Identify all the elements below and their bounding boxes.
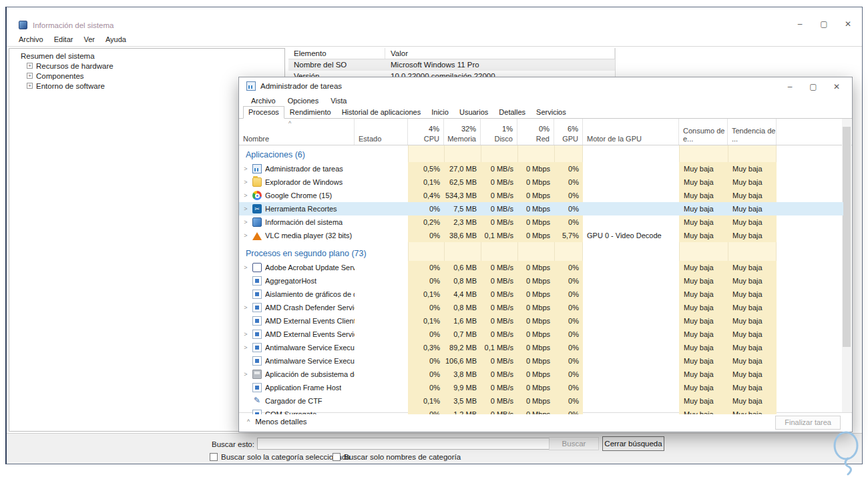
gpu-cell: 0% <box>554 314 583 328</box>
tab-rendimiento[interactable]: Rendimiento <box>284 106 337 119</box>
process-row[interactable]: >AMD External Events Service M...0%0,7 M… <box>239 328 843 341</box>
menu-item-archivo[interactable]: Archivo <box>245 96 282 105</box>
tab-procesos[interactable]: Procesos <box>243 106 284 119</box>
window-icon <box>252 356 262 366</box>
expand-icon[interactable]: + <box>27 83 33 89</box>
expand-icon[interactable]: + <box>27 73 33 79</box>
column-header-estado[interactable]: Estado <box>355 119 408 145</box>
process-name-cell: COM Surrogate <box>239 408 355 414</box>
cerrar-busqueda-button[interactable]: Cerrar búsqueda <box>602 436 664 451</box>
close-icon[interactable]: ✕ <box>832 82 841 91</box>
column-header-cpu[interactable]: 4%CPU <box>408 119 444 145</box>
tab-usuarios[interactable]: Usuarios <box>454 106 493 119</box>
expand-chevron-icon[interactable]: > <box>242 264 249 271</box>
gpu-cell: 0% <box>554 288 583 301</box>
system-info-titlebar[interactable]: Información del sistema –▢✕ <box>7 7 862 33</box>
process-row[interactable]: >Administrador de tareas0,5%27,0 MB0 MB/… <box>239 162 843 175</box>
cpu-cell: 0% <box>408 202 444 215</box>
process-group-header[interactable]: Procesos en segundo plano (73) <box>239 246 843 261</box>
process-row[interactable]: >AMD Crash Defender Service0%0,8 MB0 MB/… <box>239 301 843 314</box>
tab-inicio[interactable]: Inicio <box>426 106 454 119</box>
task-manager-titlebar[interactable]: Administrador de tareas –▢✕ <box>239 77 852 95</box>
column-header-gpu[interactable]: 6%GPU <box>554 119 583 145</box>
process-row[interactable]: >Explorador de Windows0,1%62,5 MB0 MB/s0… <box>239 175 843 189</box>
vlc-icon <box>252 232 262 240</box>
process-row[interactable]: Application Frame Host0%9,9 MB0 MB/s0 Mb… <box>239 381 843 394</box>
column-header-filler <box>777 119 852 145</box>
column-header-red[interactable]: 0%Red <box>517 119 554 145</box>
process-name-cell: >AMD Crash Defender Service <box>239 301 355 314</box>
column-header-motor-gpu[interactable]: Motor de la GPU <box>583 119 679 145</box>
column-header-memoria[interactable]: 32%Memoria <box>444 119 481 145</box>
process-rows: Aplicaciones (6)>Administrador de tareas… <box>239 145 843 414</box>
tab-servicios[interactable]: Servicios <box>531 106 572 119</box>
menu-item-ver[interactable]: Ver <box>78 34 100 45</box>
finalizar-tarea-button[interactable]: Finalizar tarea <box>775 416 841 430</box>
process-row[interactable]: >✂Herramienta Recortes0%7,5 MB0 MB/s0 Mb… <box>239 202 843 215</box>
expand-chevron-icon[interactable]: > <box>242 232 249 239</box>
window-icon <box>252 330 262 339</box>
process-row[interactable]: AggregatorHost0%0,8 MB0 MB/s0 Mbps0%Muy … <box>239 274 843 288</box>
process-group-header[interactable]: Aplicaciones (6) <box>239 147 843 162</box>
close-icon[interactable]: ✕ <box>843 19 853 29</box>
expand-chevron-icon[interactable]: > <box>242 205 249 212</box>
process-row[interactable]: >Adobe Acrobat Update Service (...0%0,6 … <box>239 261 843 274</box>
process-row[interactable]: >Google Chrome (15)0,4%534,3 MB0 MB/s0 M… <box>239 189 843 202</box>
gpu-engine-cell <box>583 189 679 202</box>
column-header-consumo[interactable]: Consumo de e... <box>679 119 728 145</box>
expand-chevron-icon[interactable]: > <box>242 344 249 351</box>
maximize-icon[interactable]: ▢ <box>809 82 818 91</box>
menu-item-archivo[interactable]: Archivo <box>13 34 49 45</box>
process-row[interactable]: >VLC media player (32 bits)0%38,6 MB0,1 … <box>239 229 843 242</box>
process-row[interactable]: AMD External Events Client Mo...0,1%1,6 … <box>239 314 843 328</box>
vertical-scrollbar[interactable] <box>842 119 851 413</box>
menu-item-editar[interactable]: Editar <box>49 34 79 45</box>
process-row[interactable]: Aislamiento de gráficos de disp...0,1%4,… <box>239 288 843 301</box>
menu-item-ayuda[interactable]: Ayuda <box>100 34 132 45</box>
tab-historial-de-aplicaciones[interactable]: Historial de aplicaciones <box>337 106 427 119</box>
process-row[interactable]: ✎Cargador de CTF0,1%3,5 MB0 MB/s0 Mbps0%… <box>239 394 843 408</box>
process-row[interactable]: Antimalware Service Executable...0%106,6… <box>239 354 843 368</box>
sysinfo-row[interactable]: Nombre del SOMicrosoft Windows 11 Pro <box>288 59 615 71</box>
cpu-cell: 0,5% <box>408 162 444 175</box>
expand-chevron-icon[interactable]: > <box>242 192 249 199</box>
window-icon <box>252 410 262 414</box>
menu-item-vista[interactable]: Vista <box>324 96 353 105</box>
cpu-cell: 0% <box>408 408 444 414</box>
tree-item-recursos-de-hardware[interactable]: +Recursos de hardware <box>9 61 284 71</box>
process-row[interactable]: >Antimalware Service Executable0,3%89,2 … <box>239 341 843 354</box>
search-input[interactable] <box>257 438 551 450</box>
expand-chevron-icon[interactable]: > <box>242 219 249 225</box>
process-row[interactable]: COM Surrogate0%1,2 MB0 MB/s0 Mbps0%Muy b… <box>239 408 843 414</box>
printer-icon <box>252 370 262 379</box>
red-cell: 0 Mbps <box>517 341 554 354</box>
checkbox-selected-category[interactable] <box>210 453 218 461</box>
tree-item-resumen-del-sistema[interactable]: Resumen del sistema <box>9 51 284 61</box>
tab-detalles[interactable]: Detalles <box>493 106 531 119</box>
expand-chevron-icon[interactable]: > <box>242 165 249 172</box>
minimize-icon[interactable]: – <box>795 19 805 29</box>
menu-item-opciones[interactable]: Opciones <box>282 96 324 105</box>
expand-chevron-icon[interactable]: > <box>242 331 249 338</box>
expand-chevron-icon[interactable]: > <box>242 371 249 378</box>
expand-chevron-icon[interactable]: > <box>242 179 249 185</box>
expand-icon[interactable]: + <box>27 63 33 69</box>
process-row[interactable]: >Aplicación de subsistema de cola0%3,8 M… <box>239 368 843 381</box>
checkbox-category-names[interactable] <box>333 453 341 461</box>
column-header-valor[interactable]: Valor <box>385 48 615 59</box>
process-row[interactable]: >Información del sistema0,2%2,3 MB0 MB/s… <box>239 215 843 229</box>
scrollbar-thumb[interactable] <box>843 127 851 347</box>
maximize-icon[interactable]: ▢ <box>819 19 829 29</box>
expand-chevron-icon[interactable]: > <box>242 304 249 311</box>
consumo-energia-cell: Muy baja <box>679 162 728 175</box>
column-header-elemento[interactable]: Elemento <box>288 48 385 59</box>
menos-detalles-toggle[interactable]: ^ Menos detalles <box>247 418 307 426</box>
consumo-energia-cell: Muy baja <box>679 229 728 242</box>
minimize-icon[interactable]: – <box>785 82 795 91</box>
buscar-button[interactable]: Buscar <box>549 437 599 450</box>
gpu-cell: 0% <box>554 189 583 202</box>
column-header-disco[interactable]: 1%Disco <box>481 119 517 145</box>
disco-cell: 0 MB/s <box>481 301 517 314</box>
column-header-nombre[interactable]: Nombre <box>239 119 355 145</box>
column-header-tendencia[interactable]: Tendencia de ... <box>728 119 777 145</box>
